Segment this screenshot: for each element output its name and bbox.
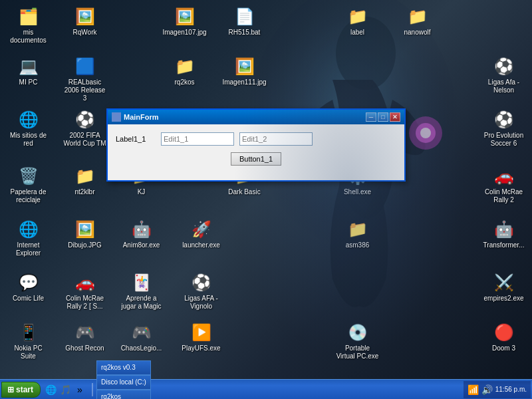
tray-volume-icon[interactable]: 🔊 [481, 384, 493, 395]
desktop-icon-comic-life[interactable]: 💬 Comic Life [3, 269, 53, 305]
desktop-icon-rq2kos[interactable]: 📁 rq2kos [160, 53, 209, 89]
taskbar: ⊞ start 🌐 🎵 » rq2kos v0.3Disco local (C:… [0, 379, 532, 399]
taskbar-item-label-rq2kos-task2: rq2kos [101, 393, 121, 399]
quick-launch-arrow[interactable]: » [73, 383, 86, 396]
icon-image-asm386: 📁 [347, 219, 368, 240]
icon-label-doom3: Doom 3 [481, 344, 526, 352]
icon-label-chaos-legion: ChaosLegio... [119, 344, 164, 352]
desktop-icon-mi-pc[interactable]: 💻 MI PC [3, 53, 53, 89]
icon-label-rqwork: RqWork [63, 29, 107, 37]
icon-image-playufs: ▶️ [191, 322, 212, 343]
icon-label-nt2klbr: nt2klbr [63, 188, 107, 196]
desktop-icon-mis-documentos[interactable]: 🗂️ mis documentos [3, 3, 53, 47]
desktop-icon-internet-explorer[interactable]: 🌐 Internet Explorer [3, 216, 53, 260]
desktop-icon-fifa2002[interactable]: ⚽ 2002 FIFA World Cup TM [60, 106, 110, 150]
icon-label-ghost-recon: Ghost Recon [63, 344, 107, 352]
desktop-icon-ligas-afa-nelson[interactable]: ⚽ Ligas Afa - Nelson [479, 53, 529, 97]
window-form-row2: Button1_1 [116, 152, 396, 166]
desktop-icon-rqwork[interactable]: 🖼️ RqWork [60, 3, 110, 39]
icon-label-ligas-afa-vignolo: Ligas AFA - Vignolo [179, 295, 223, 311]
icon-label-shell-exe: Shell.exe [335, 188, 380, 196]
window-controls: ─ □ ✕ [366, 112, 400, 122]
desktop-icon-dibujo[interactable]: 🖼️ Dibujo.JPG [60, 216, 110, 252]
desktop-icon-portable-vpc[interactable]: 💿 Portable Virtual PC.exe [332, 319, 382, 363]
icon-image-imagen111: 🖼️ [234, 56, 255, 77]
icon-image-imagen107: 🖼️ [174, 6, 196, 27]
window-titlebar[interactable]: MainForm ─ □ ✕ [108, 110, 404, 124]
desktop-icon-imagen107[interactable]: 🖼️ Imagen107.jpg [160, 3, 209, 39]
edit1-input[interactable] [161, 132, 234, 146]
icon-label-nokia-pc: Nokia PC Suite [6, 344, 51, 360]
icon-image-empires2: ⚔️ [493, 272, 515, 293]
icon-label-kj: KJ [119, 188, 164, 196]
desktop-icon-nokia-pc[interactable]: 📱 Nokia PC Suite [3, 319, 53, 363]
desktop-icon-launcher[interactable]: 🚀 launcher.exe [176, 216, 226, 252]
taskbar-item-rq2kos-task[interactable]: rq2kos v0.3 [96, 360, 151, 375]
icon-label-asm386: asm386 [335, 241, 380, 249]
taskbar-item-disco-local[interactable]: Disco local (C:) [96, 375, 151, 390]
icon-image-rq2kos: 📁 [174, 56, 196, 77]
icon-image-anim8or: 🤖 [131, 219, 152, 240]
start-label: start [16, 385, 33, 394]
window-close-button[interactable]: ✕ [390, 112, 400, 122]
quick-launch-ie[interactable]: 🌐 [44, 383, 57, 396]
desktop-icon-label[interactable]: 📁 label [332, 3, 382, 39]
icon-label-mi-pc: MI PC [6, 78, 51, 86]
desktop-icon-anim8or[interactable]: 🤖 Anim8or.exe [116, 216, 166, 252]
icon-label-portable-vpc: Portable Virtual PC.exe [335, 344, 380, 360]
desktop-icon-aprende-magic[interactable]: 🃏 Aprende a jugar a Magic [116, 269, 166, 313]
icon-label-rh515: RH515.bat [222, 29, 267, 37]
desktop-icon-transformer[interactable]: 🤖 Transformer... [479, 216, 529, 252]
start-icon: ⊞ [7, 385, 14, 394]
taskbar-item-rq2kos-task2[interactable]: rq2kos [96, 390, 151, 400]
taskbar-item-label-rq2kos-task: rq2kos v0.3 [101, 364, 136, 371]
desktop-icon-rh515[interactable]: 📄 RH515.bat [219, 3, 269, 39]
desktop-icon-empires2[interactable]: ⚔️ empires2.exe [479, 269, 529, 305]
desktop-icon-chaos-legion[interactable]: 🎮 ChaosLegio... [116, 319, 166, 355]
system-tray: 📶 🔊 11:56 p.m. [464, 381, 531, 398]
window-title-text: MainForm [124, 113, 159, 121]
form-label1: Label1_1 [116, 135, 156, 143]
icon-label-mis-documentos: mis documentos [6, 29, 51, 45]
desktop-icon-pro-evolution[interactable]: ⚽ Pro Evolution Soccer 6 [479, 106, 529, 150]
form-button1[interactable]: Button1_1 [231, 152, 281, 166]
icon-label-empires2: empires2.exe [481, 295, 526, 303]
desktop-icon-mis-sitios[interactable]: 🌐 Mis sitios de red [3, 106, 53, 150]
icon-image-mis-sitios: 🌐 [18, 109, 39, 130]
desktop-icon-imagen111[interactable]: 🖼️ Imagen111.jpg [219, 53, 269, 89]
icon-label-dibujo: Dibujo.JPG [63, 241, 107, 249]
desktop-icon-ghost-recon[interactable]: 🎮 Ghost Recon [60, 319, 110, 355]
desktop-icon-colin-mcrae2[interactable]: 🚗 Colin McRae Rally 2 [479, 163, 529, 207]
desktop-icon-nanowolf[interactable]: 📁 nanowolf [392, 3, 442, 39]
edit2-input[interactable] [239, 132, 313, 146]
icon-image-chaos-legion: 🎮 [131, 322, 152, 343]
window-maximize-button[interactable]: □ [378, 112, 388, 122]
desktop-icon-doom3[interactable]: 🔴 Doom 3 [479, 319, 529, 355]
window-form-row1: Label1_1 [116, 132, 396, 146]
desktop-icon-papelera[interactable]: 🗑️ Papelera de reciclaje [3, 163, 53, 207]
icon-label-playufs: PlayUFS.exe [179, 344, 223, 352]
icon-label-launcher: launcher.exe [179, 241, 223, 249]
desktop-icon-realbasic[interactable]: 🟦 REALbasic 2006 Release 3 [60, 53, 110, 105]
desktop-icon-asm386[interactable]: 📁 asm386 [332, 216, 382, 252]
icon-label-colin-mcrae2: Colin McRae Rally 2 [481, 188, 526, 204]
quick-launch-media[interactable]: 🎵 [59, 383, 72, 396]
icon-image-colin-mcrae2: 🚗 [493, 166, 515, 187]
desktop-icon-playufs[interactable]: ▶️ PlayUFS.exe [176, 319, 226, 355]
desktop-icon-nt2klbr[interactable]: 📁 nt2klbr [60, 163, 110, 199]
tray-network-icon[interactable]: 📶 [467, 384, 479, 395]
start-button[interactable]: ⊞ start [1, 382, 41, 398]
icon-label-internet-explorer: Internet Explorer [6, 241, 51, 257]
window-title-area: MainForm [112, 112, 159, 122]
icon-label-mis-sitios: Mis sitios de red [6, 132, 51, 148]
icon-label-aprende-magic: Aprende a jugar a Magic [119, 295, 164, 311]
window-minimize-button[interactable]: ─ [366, 112, 376, 122]
icon-label-imagen111: Imagen111.jpg [222, 78, 267, 86]
desktop-icon-ligas-afa-vignolo[interactable]: ⚽ Ligas AFA - Vignolo [176, 269, 226, 313]
icon-label-imagen107: Imagen107.jpg [162, 29, 207, 37]
desktop-icon-colin-mcrae2s[interactable]: 🚗 Colin McRae Rally 2 [ S... [60, 269, 110, 313]
taskbar-divider1 [92, 383, 93, 396]
icon-label-ligas-afa-nelson: Ligas Afa - Nelson [481, 78, 526, 94]
icon-image-comic-life: 💬 [18, 272, 39, 293]
icon-image-mi-pc: 💻 [18, 56, 39, 77]
